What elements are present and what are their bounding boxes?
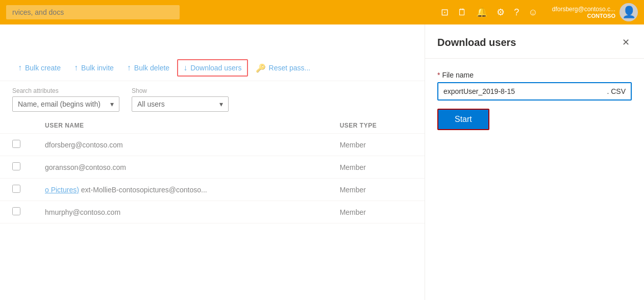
topbar: ⊡ 🗒 🔔 ⚙ ? ☺ dforsberg@contoso.c... CONTO… — [0, 0, 644, 24]
bulk-create-label: Bulk create — [25, 64, 61, 72]
user-info: dforsberg@contoso.c... CONTOSO — [552, 6, 615, 19]
partial-link[interactable]: o Pictures) — [45, 186, 79, 194]
main-area: ↑ Bulk create ↑ Bulk invite ↑ Bulk delet… — [0, 24, 644, 300]
download-users-icon: ↓ — [183, 63, 187, 72]
usertype-cell: Member — [328, 134, 425, 156]
start-button[interactable]: Start — [437, 109, 489, 130]
search-attributes-label: Search attributes — [12, 87, 119, 94]
download-users-button[interactable]: ↓ Download users — [177, 59, 247, 77]
bulk-delete-icon: ↑ — [127, 63, 131, 72]
key-icon: 🔑 — [256, 63, 266, 73]
bulk-invite-button[interactable]: ↑ Bulk invite — [68, 60, 119, 76]
username-value: hmurphy@contoso.com — [45, 208, 120, 216]
gear-icon[interactable]: ⚙ — [497, 7, 505, 18]
panel-header: Download users ✕ — [425, 24, 644, 59]
username-value: ext-MollieB-contosopictures@contoso... — [81, 186, 207, 194]
username-cell: o Pictures) ext-MollieB-contosopictures@… — [33, 179, 328, 201]
page-header — [0, 24, 425, 55]
avatar[interactable]: 👤 — [620, 3, 638, 21]
bulk-create-icon: ↑ — [18, 63, 22, 72]
reset-password-button[interactable]: 🔑 Reset pass... — [250, 60, 316, 77]
users-table: USER NAME USER TYPE dforsberg@contoso.co… — [0, 118, 425, 223]
topbar-user[interactable]: dforsberg@contoso.c... CONTOSO 👤 — [552, 3, 638, 21]
row-checkbox[interactable] — [12, 140, 20, 148]
search-input[interactable] — [6, 5, 180, 19]
chevron-down-icon-2: ▾ — [219, 100, 223, 108]
table-row: goransson@contoso.comMember — [0, 156, 425, 179]
terminal-icon[interactable]: ⊡ — [441, 7, 449, 18]
help-icon[interactable]: ? — [514, 7, 519, 18]
file-name-label: * File name — [437, 71, 632, 79]
checkbox-header — [0, 118, 33, 134]
chevron-down-icon: ▾ — [110, 100, 114, 108]
download-users-label: Download users — [190, 64, 241, 72]
bell-icon[interactable]: 🔔 — [476, 7, 487, 18]
usertype-cell: Member — [328, 179, 425, 201]
username-value: goransson@contoso.com — [45, 163, 126, 171]
username-cell: dforsberg@contoso.com — [33, 134, 328, 156]
file-name-group: * File name . CSV — [437, 71, 632, 101]
bulk-delete-label: Bulk delete — [134, 64, 169, 72]
bulk-create-button[interactable]: ↑ Bulk create — [12, 60, 66, 76]
clipboard-icon[interactable]: 🗒 — [458, 7, 467, 18]
search-attributes-group: Search attributes Name, email (begins wi… — [12, 87, 119, 112]
file-name-label-text: File name — [442, 71, 473, 79]
panel-title: Download users — [437, 37, 516, 48]
show-value: All users — [137, 100, 165, 108]
row-checkbox[interactable] — [12, 207, 20, 215]
row-checkbox[interactable] — [12, 185, 20, 193]
row-checkbox[interactable] — [12, 162, 20, 170]
usertype-column-header: USER TYPE — [328, 118, 425, 134]
file-extension-label: . CSV — [602, 87, 631, 95]
bulk-delete-button[interactable]: ↑ Bulk delete — [121, 60, 175, 76]
username-value: dforsberg@contoso.com — [45, 141, 123, 149]
show-group: Show All users ▾ — [132, 87, 229, 112]
search-attributes-value: Name, email (begins with) — [18, 100, 101, 108]
usertype-cell: Member — [328, 201, 425, 223]
file-name-input[interactable] — [438, 83, 598, 99]
smiley-icon[interactable]: ☺ — [528, 7, 537, 18]
panel-close-button[interactable]: ✕ — [620, 35, 632, 50]
bulk-invite-label: Bulk invite — [81, 64, 114, 72]
show-label: Show — [132, 87, 229, 94]
table-row: o Pictures) ext-MollieB-contosopictures@… — [0, 179, 425, 201]
reset-pass-label: Reset pass... — [269, 64, 311, 72]
show-select[interactable]: All users ▾ — [132, 96, 229, 112]
bulk-invite-icon: ↑ — [74, 63, 78, 72]
filter-row: Search attributes Name, email (begins wi… — [0, 81, 425, 118]
topbar-icons: ⊡ 🗒 🔔 ⚙ ? ☺ dforsberg@contoso.c... CONTO… — [441, 3, 638, 21]
panel-body: * File name . CSV Start — [425, 59, 644, 142]
table-row: dforsberg@contoso.comMember — [0, 134, 425, 156]
left-content: ↑ Bulk create ↑ Bulk invite ↑ Bulk delet… — [0, 24, 425, 300]
download-users-panel: Download users ✕ * File name . CSV Start — [425, 24, 644, 300]
file-name-input-row: . CSV — [437, 82, 632, 101]
username-cell: goransson@contoso.com — [33, 156, 328, 179]
toolbar: ↑ Bulk create ↑ Bulk invite ↑ Bulk delet… — [0, 55, 425, 81]
required-star: * — [437, 71, 440, 79]
user-org: CONTOSO — [587, 13, 615, 19]
username-column-header: USER NAME — [33, 118, 328, 134]
user-name: dforsberg@contoso.c... — [552, 6, 615, 13]
table-row: hmurphy@contoso.comMember — [0, 201, 425, 223]
search-attributes-select[interactable]: Name, email (begins with) ▾ — [12, 96, 119, 112]
username-cell: hmurphy@contoso.com — [33, 201, 328, 223]
usertype-cell: Member — [328, 156, 425, 179]
